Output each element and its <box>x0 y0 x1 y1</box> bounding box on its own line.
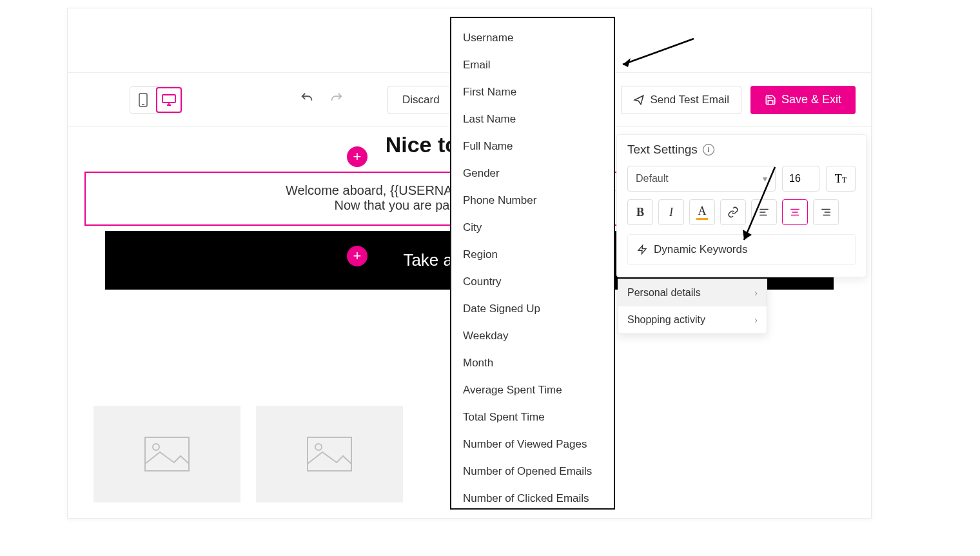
italic-button[interactable]: I <box>658 199 684 225</box>
keywords-dropdown: Username Email First Name Last Name Full… <box>450 17 615 510</box>
text-color-button[interactable]: A <box>689 199 715 225</box>
dynamic-keywords-button[interactable]: Dynamic Keywords <box>627 234 856 265</box>
send-test-email-button[interactable]: Send Test Email <box>621 86 741 114</box>
image-placeholder[interactable] <box>256 406 403 502</box>
device-switch <box>130 86 182 114</box>
svg-marker-18 <box>638 245 646 253</box>
discard-button[interactable]: Discard <box>387 86 455 114</box>
font-size-input[interactable]: 16 <box>782 166 819 192</box>
phone-icon <box>139 93 148 107</box>
font-row: Default ▾ 16 TT <box>627 166 856 192</box>
keyword-item[interactable]: Last Name <box>451 106 614 133</box>
keyword-item[interactable]: City <box>451 214 614 241</box>
keyword-item[interactable]: Username <box>451 25 614 52</box>
flyout-item-shopping-activity[interactable]: Shopping activity › <box>618 306 767 333</box>
plus-icon: + <box>353 248 362 264</box>
keyword-label: City <box>463 221 482 234</box>
keyword-item[interactable]: Phone Number <box>451 187 614 214</box>
text-transform-button[interactable]: TT <box>826 166 856 192</box>
keyword-label: Total Spent Time <box>463 411 545 424</box>
keyword-label: Gender <box>463 167 500 180</box>
keyword-label: Weekday <box>463 330 509 343</box>
keyword-item[interactable]: Gender <box>451 160 614 187</box>
keyword-item[interactable]: Number of Clicked Emails <box>451 485 614 510</box>
keyword-item[interactable]: Region <box>451 241 614 268</box>
svg-rect-5 <box>145 437 189 471</box>
keyword-label: Last Name <box>463 113 516 126</box>
keyword-label: Month <box>463 357 493 370</box>
svg-rect-7 <box>308 437 351 471</box>
keyword-item[interactable]: Country <box>451 268 614 295</box>
keyword-label: Number of Clicked Emails <box>463 492 589 505</box>
save-exit-label: Save & Exit <box>781 93 841 106</box>
keyword-label: Number of Opened Emails <box>463 465 592 478</box>
toolbar-right: Send Test Email Save & Exit <box>621 86 856 114</box>
chevron-right-icon: › <box>754 288 758 298</box>
font-size-value: 16 <box>789 173 801 184</box>
keyword-item[interactable]: Average Spent Time <box>451 377 614 404</box>
link-button[interactable] <box>720 199 746 225</box>
dynamic-keywords-flyout: Personal details › Shopping activity › <box>618 279 767 334</box>
settings-title: Text Settings i <box>627 143 856 157</box>
save-icon <box>765 94 776 106</box>
align-center-button[interactable] <box>782 199 808 225</box>
svg-rect-2 <box>162 95 175 103</box>
keyword-item[interactable]: Number of Opened Emails <box>451 458 614 485</box>
info-icon[interactable]: i <box>703 144 714 155</box>
text-size-icon: TT <box>835 172 847 186</box>
text-settings-panel: Text Settings i Default ▾ 16 TT B I A <box>616 134 867 277</box>
undo-button[interactable] <box>300 91 314 109</box>
align-right-button[interactable] <box>813 199 839 225</box>
align-left-button[interactable] <box>751 199 777 225</box>
send-test-label: Send Test Email <box>650 94 729 106</box>
keyword-label: Username <box>463 32 513 45</box>
keyword-item[interactable]: Number of Viewed Pages <box>451 431 614 458</box>
keyword-label: Region <box>463 248 498 261</box>
color-bar <box>696 218 708 220</box>
bold-button[interactable]: B <box>627 199 653 225</box>
save-exit-button[interactable]: Save & Exit <box>750 86 856 114</box>
keyword-label: Date Signed Up <box>463 303 540 315</box>
font-family-value: Default <box>636 173 669 184</box>
format-row: B I A <box>627 199 856 225</box>
mobile-view-button[interactable] <box>130 87 156 113</box>
image-placeholder[interactable] <box>93 406 240 502</box>
keyword-label: Email <box>463 59 491 72</box>
dynamic-keywords-label: Dynamic Keywords <box>654 243 748 256</box>
keyword-label: Number of Viewed Pages <box>463 438 587 451</box>
undo-icon <box>300 91 314 105</box>
add-section-button[interactable]: + <box>347 146 368 167</box>
align-center-icon <box>789 206 801 218</box>
flyout-item-label: Shopping activity <box>627 314 705 326</box>
align-right-icon <box>820 206 832 218</box>
svg-point-8 <box>315 444 322 450</box>
keyword-item[interactable]: Email <box>451 52 614 79</box>
add-section-button-2[interactable]: + <box>347 246 368 266</box>
keyword-label: Full Name <box>463 140 513 153</box>
font-family-select[interactable]: Default ▾ <box>627 166 776 192</box>
keyword-item[interactable]: Total Spent Time <box>451 404 614 431</box>
keyword-item[interactable]: Weekday <box>451 323 614 350</box>
image-icon <box>307 437 352 472</box>
flyout-item-personal-details[interactable]: Personal details › <box>618 279 767 306</box>
desktop-view-button[interactable] <box>156 87 182 113</box>
redo-icon <box>329 91 344 105</box>
keyword-item[interactable]: First Name <box>451 79 614 106</box>
svg-point-6 <box>153 444 159 450</box>
flyout-item-label: Personal details <box>627 287 701 299</box>
plus-icon: + <box>353 148 362 165</box>
keyword-item[interactable]: Date Signed Up <box>451 295 614 323</box>
keyword-label: Average Spent Time <box>463 384 562 397</box>
chevron-down-icon: ▾ <box>763 174 767 184</box>
keyword-item[interactable]: Month <box>451 350 614 377</box>
keyword-item[interactable]: Full Name <box>451 133 614 160</box>
redo-button[interactable] <box>329 91 344 109</box>
keyword-label: Phone Number <box>463 194 536 207</box>
bold-icon: B <box>636 206 644 219</box>
text-color-icon: A <box>698 205 707 217</box>
align-left-icon <box>758 206 770 218</box>
link-icon <box>727 206 739 218</box>
settings-title-text: Text Settings <box>627 143 698 157</box>
image-icon <box>144 437 190 472</box>
keyword-label: First Name <box>463 86 516 99</box>
